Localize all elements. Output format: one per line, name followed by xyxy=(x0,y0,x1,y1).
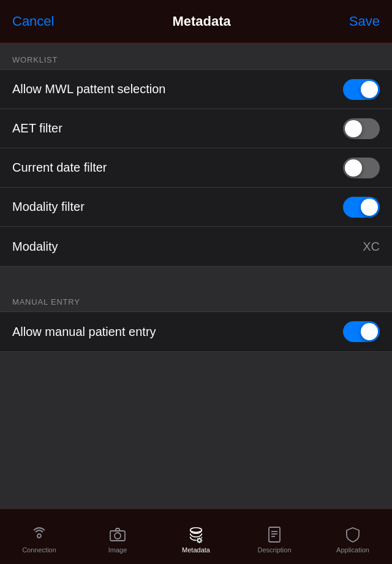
modality-label: Modality xyxy=(12,240,58,254)
tab-metadata[interactable]: Metadata xyxy=(157,520,235,554)
allow-mwl-toggle[interactable] xyxy=(343,79,380,100)
navigation-header: Cancel Metadata Save xyxy=(0,0,392,43)
allow-mwl-row: Allow MWL pattent selection xyxy=(0,70,392,109)
allow-manual-toggle[interactable] xyxy=(343,321,380,342)
settings-content: WORKLIST Allow MWL pattent selection AET… xyxy=(0,43,392,509)
manual-entry-section-header: MANUAL ENTRY xyxy=(0,285,392,311)
tab-description-label: Description xyxy=(257,546,291,554)
tab-connection-label: Connection xyxy=(22,546,56,554)
svg-point-2 xyxy=(115,533,121,539)
cancel-button[interactable]: Cancel xyxy=(12,13,54,29)
tab-application[interactable]: Application xyxy=(314,520,392,554)
svg-line-12 xyxy=(197,542,198,543)
tab-image-label: Image xyxy=(108,546,127,554)
svg-point-3 xyxy=(190,527,202,532)
current-date-filter-row: Current date filter xyxy=(0,148,392,188)
section-spacer xyxy=(0,267,392,285)
tab-metadata-label: Metadata xyxy=(182,546,210,554)
shield-icon xyxy=(344,525,362,544)
modality-filter-toggle[interactable] xyxy=(343,197,380,218)
tab-description[interactable]: Description xyxy=(235,520,314,554)
worklist-settings-group: Allow MWL pattent selection AET filter C… xyxy=(0,69,392,267)
database-icon xyxy=(187,525,205,544)
allow-manual-label: Allow manual patient entry xyxy=(12,325,156,339)
worklist-section-header: WORKLIST xyxy=(0,43,392,69)
svg-line-10 xyxy=(197,538,198,539)
tab-bar: Connection Image xyxy=(0,509,392,564)
modality-row: Modality XC xyxy=(0,227,392,266)
modality-value: XC xyxy=(363,240,380,254)
tab-connection[interactable]: Connection xyxy=(0,520,78,554)
modality-filter-label: Modality filter xyxy=(12,200,85,214)
page-title: Metadata xyxy=(172,13,230,29)
camera-icon xyxy=(108,525,127,544)
document-icon xyxy=(265,525,284,544)
tab-image[interactable]: Image xyxy=(78,520,157,554)
radio-icon xyxy=(30,525,48,544)
svg-line-11 xyxy=(201,542,202,543)
tab-application-label: Application xyxy=(336,546,369,554)
allow-mwl-label: Allow MWL pattent selection xyxy=(12,82,165,96)
current-date-filter-label: Current date filter xyxy=(12,161,107,175)
manual-entry-settings-group: Allow manual patient entry xyxy=(0,311,392,352)
aet-filter-label: AET filter xyxy=(12,121,62,135)
aet-filter-toggle[interactable] xyxy=(343,118,380,139)
current-date-filter-toggle[interactable] xyxy=(343,158,380,178)
svg-rect-14 xyxy=(269,527,280,542)
svg-line-13 xyxy=(201,538,202,539)
svg-point-0 xyxy=(37,534,41,538)
allow-manual-row: Allow manual patient entry xyxy=(0,312,392,351)
aet-filter-row: AET filter xyxy=(0,109,392,148)
save-button[interactable]: Save xyxy=(349,13,380,29)
modality-filter-row: Modality filter xyxy=(0,188,392,227)
